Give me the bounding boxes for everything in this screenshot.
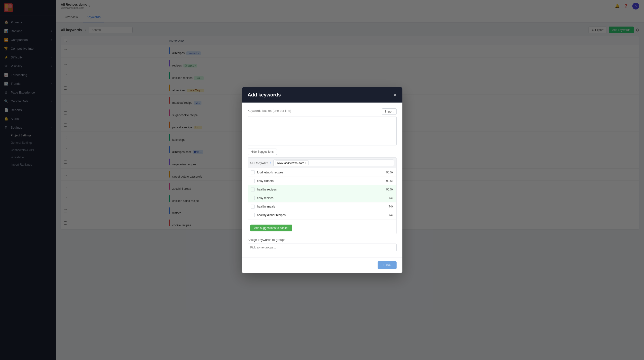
modal-overlay[interactable]: Add keywords × Keywords basket (one per … [0,0,644,360]
modal-body: Keywords basket (one per line) Import Hi… [242,103,402,257]
suggestion-checkbox[interactable] [251,179,255,183]
suggestion-volume: 90.5k [386,171,393,174]
info-icon: ℹ [270,161,272,165]
suggestion-name: healthy recipes [257,188,386,191]
suggestion-volume: 74k [388,205,393,208]
suggestion-volume: 90.5k [386,188,393,191]
suggestion-name: foodnetwork recipes [257,171,386,174]
suggestion-checkbox[interactable] [251,196,255,200]
suggestion-row[interactable]: easy dinners 90.5k [248,177,396,185]
suggestion-checkbox[interactable] [251,213,255,217]
suggestion-checkbox[interactable] [251,188,255,192]
groups-input[interactable] [248,244,396,251]
import-button[interactable]: Import [382,108,396,115]
suggestion-row[interactable]: healthy meals 74k [248,203,396,211]
url-tag-remove[interactable]: × [305,161,306,164]
url-tag: www.foodnetwork.com × [275,160,309,165]
url-keyword-input[interactable] [309,161,392,165]
suggestion-row[interactable]: easy recipes 74k [248,194,396,203]
url-keyword-label: URL/Keyword [250,161,268,165]
suggestions-list: foodnetwork recipes 90.5k easy dinners 9… [248,168,396,222]
modal-title: Add keywords [248,92,281,98]
modal-footer: Save [242,257,402,273]
suggestion-name: easy recipes [257,196,389,200]
keywords-basket-input[interactable] [248,116,396,145]
add-keywords-modal: Add keywords × Keywords basket (one per … [242,87,402,273]
suggestion-volume: 74k [388,213,393,217]
hide-suggestions-button[interactable]: Hide Suggestions [248,148,277,155]
modal-header: Add keywords × [242,87,402,103]
suggestion-checkbox[interactable] [251,222,255,222]
save-button[interactable]: Save [378,261,396,269]
suggestion-row[interactable]: healthy dinner 60.5k [248,220,396,222]
suggestion-checkbox[interactable] [251,170,255,174]
suggestions-box: URL/Keyword ℹ www.foodnetwork.com × food… [248,157,396,234]
suggestion-row[interactable]: healthy recipes 90.5k [248,185,396,194]
assign-groups-label: Assign keywords to groups [248,238,396,242]
suggestion-checkbox[interactable] [251,205,255,209]
suggestion-name: easy dinners [257,179,386,183]
modal-close-button[interactable]: × [394,92,396,98]
add-suggestions-button[interactable]: Add suggestions to basket [250,225,292,231]
suggestions-url-row: URL/Keyword ℹ www.foodnetwork.com × [248,157,396,168]
suggestion-name: healthy meals [257,205,389,208]
url-tag-value: www.foodnetwork.com [277,161,304,164]
suggestion-row[interactable]: healthy dinner recipes 74k [248,211,396,220]
suggestion-name: healthy dinner recipes [257,213,389,217]
suggestion-row[interactable]: foodnetwork recipes 90.5k [248,168,396,177]
suggestion-volume: 74k [388,196,393,200]
basket-label: Keywords basket (one per line) [248,109,291,112]
suggestion-volume: 90.5k [386,179,393,183]
